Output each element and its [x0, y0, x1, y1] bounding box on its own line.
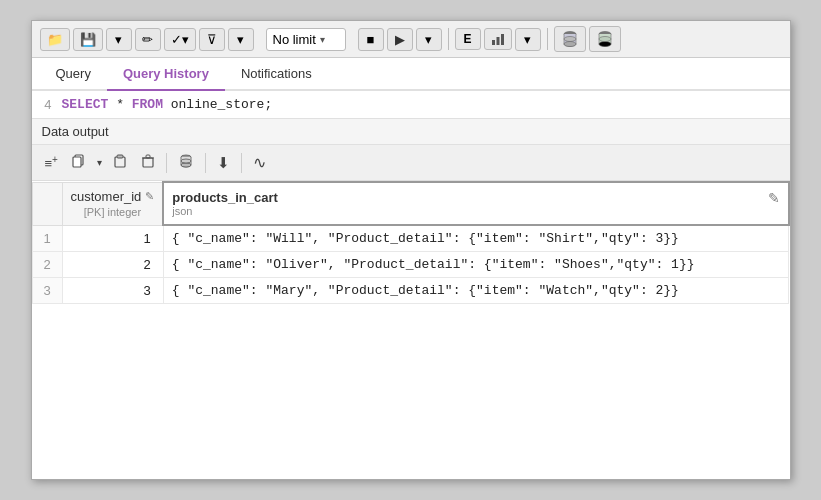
svg-point-4 [564, 42, 576, 47]
svg-rect-15 [146, 155, 150, 158]
filter-dropdown-button[interactable]: ▾ [228, 28, 254, 51]
toolbar-sep2 [547, 28, 548, 50]
tabs-bar: Query Query History Notifications [32, 58, 790, 91]
explain-button[interactable]: E [455, 28, 481, 50]
run-dropdown-button[interactable]: ▾ [416, 28, 442, 51]
products-2[interactable]: { "c_name": "Oliver", "Product_detail": … [163, 252, 788, 278]
data-toolbar-sep2 [205, 153, 206, 173]
customer-id-3[interactable]: 3 [62, 278, 163, 304]
chart-button[interactable] [484, 28, 512, 50]
run-button[interactable]: ▶ [387, 28, 413, 51]
svg-point-17 [181, 163, 191, 167]
db1-icon [561, 30, 579, 48]
sql-table: online_store; [171, 97, 272, 112]
row-num-header [32, 182, 62, 225]
row-num-2: 2 [32, 252, 62, 278]
data-table: customer_id ✎ [PK] integer products_in_c… [32, 181, 790, 304]
copy-icon [72, 154, 86, 168]
svg-point-5 [564, 37, 576, 42]
svg-point-8 [599, 37, 611, 42]
data-toolbar-sep3 [241, 153, 242, 173]
svg-rect-13 [143, 158, 153, 167]
row-num-1: 1 [32, 225, 62, 252]
products-col-type: json [172, 205, 277, 217]
copy-dropdown-button[interactable]: ▾ [95, 154, 104, 171]
download-button[interactable]: ⬇ [212, 151, 235, 175]
data-output-label: Data output [32, 119, 790, 145]
customer-id-header[interactable]: customer_id ✎ [PK] integer [62, 182, 163, 225]
keyword-from: FROM [132, 97, 163, 112]
chart-line-button[interactable]: ∿ [248, 150, 271, 175]
line-number: 4 [32, 97, 62, 112]
delete-button[interactable] [136, 151, 160, 174]
svg-rect-10 [73, 157, 81, 167]
table-row: 1 1 { "c_name": "Will", "Product_detail"… [32, 225, 789, 252]
db-save-button[interactable] [173, 150, 199, 175]
folder-button[interactable]: 📁 [40, 28, 70, 51]
main-window: 📁 💾 ▾ ✏ ✓▾ ⊽ ▾ No limit ▾ ■ ▶ ▾ E ▾ [31, 20, 791, 480]
delete-icon [141, 154, 155, 168]
svg-rect-12 [117, 155, 123, 158]
products-1[interactable]: { "c_name": "Will", "Product_detail": {"… [163, 225, 788, 252]
table-header-row: customer_id ✎ [PK] integer products_in_c… [32, 182, 789, 225]
db2-icon [596, 30, 614, 48]
products-col-name: products_in_cart [172, 190, 277, 205]
paste-button[interactable] [108, 151, 132, 174]
copy-button[interactable] [67, 151, 91, 174]
customer-id-1[interactable]: 1 [62, 225, 163, 252]
data-toolbar: ≡+ ▾ [32, 145, 790, 181]
paste-icon [113, 154, 127, 168]
sql-text: SELECT * FROM online_store; [62, 97, 273, 112]
limit-value: No limit [273, 32, 316, 47]
svg-rect-2 [501, 34, 504, 45]
main-toolbar: 📁 💾 ▾ ✏ ✓▾ ⊽ ▾ No limit ▾ ■ ▶ ▾ E ▾ [32, 21, 790, 58]
row-num-3: 3 [32, 278, 62, 304]
stop-button[interactable]: ■ [358, 28, 384, 51]
sql-editor-line: 4 SELECT * FROM online_store; [32, 91, 790, 119]
customer-id-col-type: [PK] integer [84, 206, 141, 218]
limit-dropdown[interactable]: No limit ▾ [266, 28, 346, 51]
db1-button[interactable] [554, 26, 586, 52]
customer-id-2[interactable]: 2 [62, 252, 163, 278]
products-in-cart-header[interactable]: products_in_cart json ✎ [163, 182, 788, 225]
data-table-container: customer_id ✎ [PK] integer products_in_c… [32, 181, 790, 304]
svg-point-7 [599, 42, 611, 47]
table-row: 3 3 { "c_name": "Mary", "Product_detail"… [32, 278, 789, 304]
save-button[interactable]: 💾 [73, 28, 103, 51]
customer-id-col-name: customer_id [71, 189, 142, 204]
customer-id-edit-icon[interactable]: ✎ [145, 190, 154, 203]
chart-icon [491, 32, 505, 46]
svg-point-18 [181, 159, 191, 163]
edit-button[interactable]: ✏ [135, 28, 161, 51]
filter-button[interactable]: ⊽ [199, 28, 225, 51]
table-row: 2 2 { "c_name": "Oliver", "Product_detai… [32, 252, 789, 278]
tab-query-history[interactable]: Query History [107, 58, 225, 91]
toolbar-sep1 [448, 28, 449, 50]
tab-notifications[interactable]: Notifications [225, 58, 328, 91]
save-dropdown-button[interactable]: ▾ [106, 28, 132, 51]
products-3[interactable]: { "c_name": "Mary", "Product_detail": {"… [163, 278, 788, 304]
svg-rect-1 [496, 37, 499, 45]
db2-button[interactable] [589, 26, 621, 52]
tab-query[interactable]: Query [40, 58, 107, 91]
edit-dropdown-button[interactable]: ✓▾ [164, 28, 196, 51]
db-save-icon [178, 153, 194, 169]
chart-dropdown-button[interactable]: ▾ [515, 28, 541, 51]
products-edit-icon[interactable]: ✎ [768, 190, 780, 206]
svg-rect-0 [492, 40, 495, 45]
data-toolbar-sep1 [166, 153, 167, 173]
sql-star: * [116, 97, 132, 112]
add-col-button[interactable]: ≡+ [40, 151, 63, 174]
keyword-select: SELECT [62, 97, 109, 112]
limit-chevron-icon: ▾ [320, 34, 325, 45]
